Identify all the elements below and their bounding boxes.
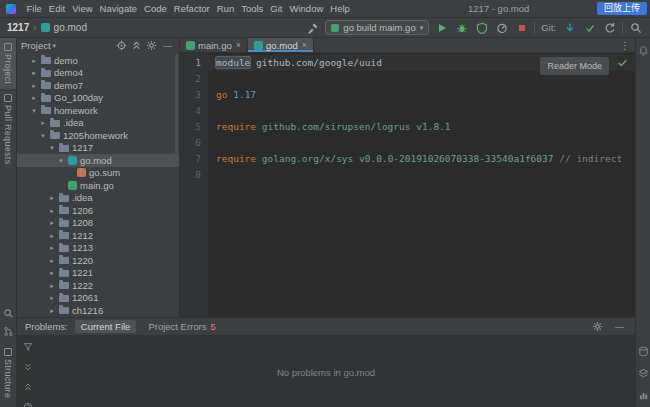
main-toolbar: 1217 › go.mod go build maim.go ▾ <box>0 18 650 38</box>
tree-item-1217[interactable]: ▾1217 <box>17 142 179 155</box>
chevron-expanded-icon[interactable]: ▾ <box>57 157 65 164</box>
chevron-collapsed-icon[interactable]: ▸ <box>48 232 56 239</box>
tree-item-label: .idea <box>63 117 84 128</box>
chevron-collapsed-icon[interactable]: ▸ <box>39 119 47 126</box>
chevron-collapsed-icon[interactable]: ▸ <box>30 82 38 89</box>
tree-item-demo7[interactable]: ▸demo7 <box>17 79 179 92</box>
minimize-panel-button[interactable]: — <box>612 322 627 332</box>
tree-item-go-100day[interactable]: ▸Go_100day <box>17 92 179 105</box>
menu-window[interactable]: Window <box>286 3 327 14</box>
problems-tab-current-file[interactable]: Current File <box>75 320 137 333</box>
right-tool-stripe <box>635 38 650 407</box>
database-tool-icon[interactable] <box>636 344 650 358</box>
problems-empty-message: No problems in go.mod <box>17 366 635 377</box>
git-update-button[interactable] <box>562 20 577 35</box>
chevron-collapsed-icon[interactable]: ▸ <box>48 194 56 201</box>
profiler-tool-icon[interactable] <box>636 388 650 402</box>
menu-view[interactable]: View <box>69 3 96 14</box>
problems-settings-button[interactable] <box>590 319 605 334</box>
overlay-badge[interactable]: 回放上传 <box>597 2 647 15</box>
run-button[interactable] <box>434 20 449 35</box>
chevron-collapsed-icon[interactable]: ▸ <box>48 294 56 301</box>
tree-item-idea[interactable]: ▸.idea <box>17 192 179 205</box>
tree-item-idea[interactable]: ▸.idea <box>17 117 179 130</box>
tree-item-1222[interactable]: ▸1222 <box>17 279 179 292</box>
stop-button[interactable] <box>514 20 529 35</box>
tree-item-ch1216[interactable]: ▸ch1216 <box>17 304 179 317</box>
inspections-ok-icon[interactable] <box>617 57 628 73</box>
menu-refactor[interactable]: Refactor <box>170 3 213 14</box>
close-icon[interactable]: × <box>236 40 241 50</box>
notifications-icon[interactable] <box>636 43 650 57</box>
tool-stripe-button-structure[interactable]: Structure <box>0 343 16 403</box>
scrollbar[interactable] <box>175 54 178 154</box>
project-panel-title[interactable]: Project <box>21 40 51 51</box>
tab-options-icon[interactable]: ⋮ <box>615 38 635 52</box>
tree-item-demo[interactable]: ▸demo <box>17 54 179 67</box>
filter-icon[interactable] <box>21 340 35 354</box>
tree-item-1220[interactable]: ▸1220 <box>17 254 179 267</box>
tool-stripe-button-pull-requests[interactable]: Pull Requests <box>0 89 16 169</box>
tree-item-1205homework[interactable]: ▾1205homework <box>17 129 179 142</box>
menu-navigate[interactable]: Navigate <box>96 3 141 14</box>
tree-item-main-go[interactable]: main.go <box>17 179 179 192</box>
tree-item-1221[interactable]: ▸1221 <box>17 267 179 280</box>
collapse-all-button[interactable] <box>130 39 143 52</box>
menu-run[interactable]: Run <box>213 3 237 14</box>
chevron-collapsed-icon[interactable]: ▸ <box>30 94 38 101</box>
tree-item-1213[interactable]: ▸1213 <box>17 242 179 255</box>
menu-edit[interactable]: Edit <box>45 3 68 14</box>
chevron-expanded-icon[interactable]: ▾ <box>39 132 47 139</box>
tree-item-1212[interactable]: ▸1212 <box>17 229 179 242</box>
build-icon[interactable] <box>305 20 320 35</box>
menu-code[interactable]: Code <box>141 3 171 14</box>
tree-item-1206[interactable]: ▸1206 <box>17 204 179 217</box>
chevron-collapsed-icon[interactable]: ▸ <box>30 69 38 76</box>
search-everywhere-icon[interactable] <box>628 20 643 35</box>
run-config-select[interactable]: go build maim.go ▾ <box>325 20 429 35</box>
git-rollback-button[interactable] <box>602 20 617 35</box>
tree-item-go-mod[interactable]: ▾go.mod <box>17 154 179 167</box>
chevron-collapsed-icon[interactable]: ▸ <box>48 257 56 264</box>
editor-content[interactable]: module github.com/google/uuidgo 1.17requ… <box>208 53 635 317</box>
breadcrumb-file[interactable]: go.mod <box>54 22 87 33</box>
panel-settings-button[interactable] <box>145 39 158 52</box>
menu-file[interactable]: File <box>23 3 45 14</box>
chevron-collapsed-icon[interactable]: ▸ <box>48 282 56 289</box>
tree-item-homework[interactable]: ▾homework <box>17 104 179 117</box>
chevron-expanded-icon[interactable]: ▾ <box>48 144 56 151</box>
tree-item-demo4[interactable]: ▸demo4 <box>17 67 179 80</box>
menu-tools[interactable]: Tools <box>238 3 267 14</box>
chevron-collapsed-icon[interactable]: ▸ <box>48 207 56 214</box>
help-icon[interactable] <box>21 400 35 407</box>
git-tool-icon[interactable] <box>1 325 15 339</box>
tree-item-go-sum[interactable]: go.sum <box>17 167 179 180</box>
chevron-collapsed-icon[interactable]: ▸ <box>48 219 56 226</box>
breadcrumb-project[interactable]: 1217 <box>7 22 29 33</box>
chevron-expanded-icon[interactable]: ▾ <box>30 107 38 114</box>
run-with-coverage-button[interactable] <box>474 20 489 35</box>
reader-mode-button[interactable]: Reader Mode <box>540 57 609 75</box>
menu-git[interactable]: Git <box>267 3 286 14</box>
dependencies-tool-icon[interactable] <box>636 366 650 380</box>
chevron-collapsed-icon[interactable]: ▸ <box>48 269 56 276</box>
find-tool-icon[interactable] <box>1 307 15 321</box>
git-commit-button[interactable] <box>582 20 597 35</box>
locate-file-button[interactable] <box>115 39 128 52</box>
debug-button[interactable] <box>454 20 469 35</box>
code-line: go 1.17 <box>216 87 635 103</box>
profiler-button[interactable] <box>494 20 509 35</box>
chevron-collapsed-icon[interactable]: ▸ <box>48 307 56 314</box>
tree-item-1208[interactable]: ▸1208 <box>17 217 179 230</box>
menu-help[interactable]: Help <box>327 3 354 14</box>
chevron-collapsed-icon[interactable]: ▸ <box>30 57 38 64</box>
close-icon[interactable]: × <box>302 40 307 50</box>
collapse-all-icon[interactable] <box>21 380 35 394</box>
editor-tab-go-mod[interactable]: go.mod× <box>248 38 314 52</box>
chevron-collapsed-icon[interactable]: ▸ <box>48 244 56 251</box>
problems-tab-project-errors[interactable]: Project Errors5 <box>142 320 221 333</box>
tool-stripe-button-project[interactable]: Project <box>0 38 16 89</box>
editor-tab-main-go[interactable]: main.go× <box>180 38 248 52</box>
tree-item-12061[interactable]: ▸12061 <box>17 292 179 305</box>
hide-panel-button[interactable]: — <box>160 41 175 51</box>
